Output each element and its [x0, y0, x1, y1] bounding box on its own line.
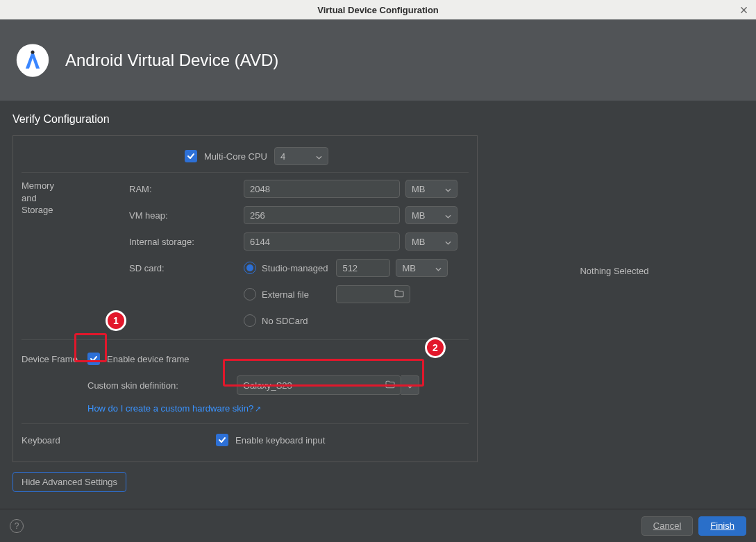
- ram-unit-value: MB: [412, 184, 426, 194]
- multicore-value: 4: [280, 151, 285, 162]
- custom-skin-help-link[interactable]: How do I create a custom hardware skin?↗: [87, 403, 261, 414]
- ram-input[interactable]: [244, 180, 400, 198]
- sdcard-none-radio[interactable]: [244, 314, 256, 327]
- custom-skin-label: Custom skin definition:: [87, 380, 237, 391]
- internal-storage-unit-select[interactable]: MB: [405, 232, 457, 251]
- enable-keyboard-label: Enable keyboard input: [235, 435, 325, 446]
- sdcard-external-radio[interactable]: [244, 288, 256, 300]
- multicore-checkbox[interactable]: [185, 150, 197, 162]
- ram-unit-select[interactable]: MB: [405, 180, 457, 198]
- sdcard-external-label: External file: [262, 289, 328, 300]
- cancel-button[interactable]: Cancel: [641, 516, 693, 536]
- sdcard-unit-value: MB: [402, 263, 416, 273]
- header-banner: Android Virtual Device (AVD): [0, 19, 756, 101]
- internal-storage-unit-value: MB: [412, 237, 426, 247]
- vmheap-label: VM heap:: [129, 210, 244, 221]
- chevron-down-icon: [445, 210, 451, 221]
- enable-device-frame-checkbox[interactable]: [87, 353, 100, 365]
- side-info-panel: Nothing Selected: [486, 266, 743, 276]
- sdcard-unit-select[interactable]: MB: [396, 259, 448, 277]
- multicore-select[interactable]: 4: [274, 147, 328, 165]
- custom-skin-value: Galaxy_S23: [243, 380, 385, 391]
- sdcard-size-input[interactable]: [336, 259, 390, 277]
- finish-button[interactable]: Finish: [698, 516, 746, 536]
- finish-label: Finish: [710, 520, 734, 531]
- help-button[interactable]: ?: [10, 519, 24, 533]
- android-studio-icon: [14, 42, 51, 79]
- window-title: Virtual Device Configuration: [317, 5, 439, 15]
- banner-title: Android Virtual Device (AVD): [65, 51, 278, 70]
- internal-storage-label: Internal storage:: [129, 237, 244, 247]
- ram-label: RAM:: [129, 184, 244, 194]
- chevron-down-icon: [445, 237, 451, 247]
- dialog-footer: ? Cancel Finish: [0, 509, 756, 542]
- vmheap-unit-select[interactable]: MB: [405, 206, 457, 224]
- enable-device-frame-label: Enable device frame: [107, 354, 190, 364]
- internal-storage-input[interactable]: [244, 232, 400, 251]
- section-title: Verify Configuration: [12, 113, 744, 126]
- vmheap-unit-value: MB: [412, 210, 426, 221]
- sdcard-label: SD card:: [129, 263, 244, 273]
- folder-icon: [394, 289, 404, 300]
- config-panel: Multi-Core CPU 4 Memory and Storage RAM:…: [12, 135, 478, 462]
- folder-icon: [385, 380, 395, 391]
- chevron-down-icon: [316, 151, 322, 162]
- enable-keyboard-checkbox[interactable]: [216, 434, 228, 446]
- sdcard-external-browse[interactable]: [336, 285, 410, 303]
- custom-skin-field[interactable]: Galaxy_S23: [237, 375, 401, 395]
- custom-skin-dropdown[interactable]: [401, 375, 419, 395]
- memory-section-label: Memory and Storage: [22, 176, 87, 217]
- chevron-down-icon: [445, 184, 451, 194]
- sdcard-managed-label: Studio-managed: [262, 263, 328, 273]
- vmheap-input[interactable]: [244, 206, 400, 224]
- sdcard-none-label: No SDCard: [262, 316, 308, 326]
- cancel-label: Cancel: [653, 520, 681, 531]
- hide-advanced-settings-button[interactable]: Hide Advanced Settings: [12, 472, 126, 492]
- window-titlebar: Virtual Device Configuration: [0, 0, 756, 19]
- device-frame-section-label: Device Frame: [22, 354, 87, 364]
- multicore-label: Multi-Core CPU: [204, 151, 267, 162]
- chevron-down-icon: [435, 263, 442, 273]
- external-link-icon: ↗: [255, 405, 261, 413]
- sdcard-managed-radio[interactable]: [244, 262, 256, 274]
- custom-skin-help-text: How do I create a custom hardware skin?: [87, 403, 253, 414]
- svg-point-0: [31, 50, 34, 53]
- keyboard-section-label: Keyboard: [22, 435, 216, 446]
- chevron-down-icon: [407, 380, 413, 391]
- hide-advanced-settings-label: Hide Advanced Settings: [22, 477, 117, 487]
- window-close-button[interactable]: [737, 3, 750, 17]
